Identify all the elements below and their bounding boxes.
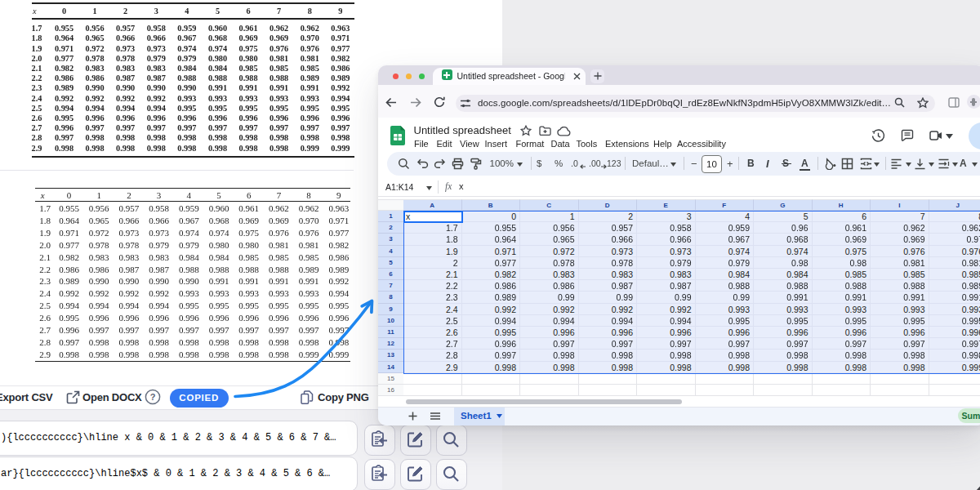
svg-text:?: ? [150,392,156,402]
